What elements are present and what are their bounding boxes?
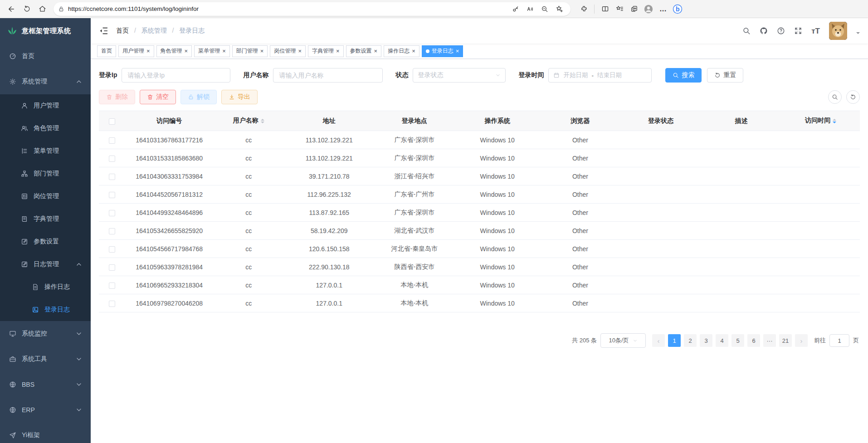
export-button[interactable]: 导出 <box>221 90 258 104</box>
url-text[interactable]: https://ccnetcore.com:1101/system/log/lo… <box>68 5 509 12</box>
bing-chat-icon[interactable] <box>671 2 684 16</box>
sidebar-item-岗位管理[interactable]: 岗位管理 <box>0 185 91 208</box>
row-checkbox[interactable] <box>109 192 115 198</box>
tab-首页[interactable]: 首页 <box>97 45 116 57</box>
github-icon[interactable] <box>760 27 768 35</box>
more-pages-button[interactable]: ··· <box>763 334 776 347</box>
page-button-1[interactable]: 1 <box>668 334 681 347</box>
sidebar-item-系统工具[interactable]: 系统工具 <box>0 346 91 372</box>
select-all-checkbox[interactable] <box>109 118 115 125</box>
sidebar-item-部门管理[interactable]: 部门管理 <box>0 162 91 185</box>
address-bar[interactable]: https://ccnetcore.com:1101/system/log/lo… <box>54 2 571 16</box>
tab-菜单管理[interactable]: 菜单管理× <box>194 45 230 57</box>
delete-button[interactable]: 删除 <box>99 90 135 104</box>
sidebar-item-日志管理[interactable]: 日志管理 <box>0 253 91 276</box>
close-icon[interactable]: × <box>374 48 378 54</box>
page-button-21[interactable]: 21 <box>779 334 792 347</box>
login-ip-input[interactable] <box>122 68 230 83</box>
row-checkbox[interactable] <box>109 246 115 253</box>
search-button[interactable]: 搜索 <box>665 68 702 83</box>
refresh-table-button[interactable] <box>846 90 860 104</box>
close-icon[interactable]: × <box>260 48 264 54</box>
tab-字典管理[interactable]: 字典管理× <box>308 45 344 57</box>
sidebar-item-角色管理[interactable]: 角色管理 <box>0 117 91 140</box>
row-checkbox[interactable] <box>109 228 115 234</box>
sidebar-item-系统管理[interactable]: 系统管理 <box>0 69 91 94</box>
favorites-bar-icon[interactable] <box>613 2 626 16</box>
sidebar-item-系统监控[interactable]: 系统监控 <box>0 321 91 346</box>
column-header[interactable]: 用户名称 <box>213 111 284 131</box>
tab-角色管理[interactable]: 角色管理× <box>156 45 192 57</box>
status-select[interactable]: 登录状态 <box>413 68 506 83</box>
zoom-out-icon[interactable] <box>538 2 551 16</box>
sidebar-item-用户管理[interactable]: 用户管理 <box>0 94 91 117</box>
add-favorite-icon[interactable] <box>552 2 566 16</box>
row-checkbox[interactable] <box>109 301 115 307</box>
row-checkbox[interactable] <box>109 156 115 162</box>
close-icon[interactable]: × <box>412 48 415 54</box>
close-icon[interactable]: × <box>298 48 302 54</box>
prev-page-button[interactable]: ‹ <box>652 334 665 347</box>
clear-button[interactable]: 清空 <box>140 90 176 104</box>
column-header[interactable]: 访问时间 <box>782 111 860 131</box>
password-key-icon[interactable] <box>509 2 522 16</box>
sidebar-item-ERP[interactable]: ERP <box>0 397 91 423</box>
tab-部门管理[interactable]: 部门管理× <box>232 45 268 57</box>
read-aloud-icon[interactable] <box>523 2 537 16</box>
page-button-6[interactable]: 6 <box>747 334 760 347</box>
browser-back-icon[interactable] <box>5 2 18 16</box>
sidebar-item-参数设置[interactable]: 参数设置 <box>0 230 91 253</box>
page-button-5[interactable]: 5 <box>731 334 744 347</box>
split-screen-icon[interactable] <box>598 2 612 16</box>
browser-home-icon[interactable] <box>35 2 49 16</box>
next-page-button[interactable]: › <box>795 334 808 347</box>
help-icon[interactable] <box>777 27 785 35</box>
font-size-icon[interactable]: ᴛT <box>811 27 820 35</box>
tab-用户管理[interactable]: 用户管理× <box>118 45 154 57</box>
row-checkbox[interactable] <box>109 174 115 180</box>
browser-reload-icon[interactable] <box>20 2 34 16</box>
extensions-icon[interactable] <box>577 2 590 16</box>
close-icon[interactable]: × <box>185 48 188 54</box>
close-icon[interactable]: × <box>456 48 459 54</box>
tab-操作日志[interactable]: 操作日志× <box>384 45 419 57</box>
collections-icon[interactable] <box>627 2 641 16</box>
fullscreen-icon[interactable] <box>794 27 802 35</box>
sidebar-item-字典管理[interactable]: 字典管理 <box>0 208 91 230</box>
sidebar-item-登录日志[interactable]: 登录日志 <box>0 298 91 321</box>
sidebar-item-Yi框架[interactable]: Yi框架 <box>0 423 91 443</box>
collapse-menu-icon[interactable] <box>99 26 109 36</box>
sort-carets-icon[interactable] <box>833 117 836 125</box>
browser-profile-icon[interactable] <box>642 2 655 16</box>
breadcrumb-home[interactable]: 首页 <box>116 27 129 34</box>
row-checkbox[interactable] <box>109 282 115 289</box>
user-name-input[interactable] <box>273 68 383 83</box>
search-toggle-button[interactable] <box>828 90 842 104</box>
sort-carets-icon[interactable] <box>261 117 264 125</box>
sidebar-item-BBS[interactable]: BBS <box>0 372 91 397</box>
sidebar-item-菜单管理[interactable]: 菜单管理 <box>0 140 91 162</box>
sidebar-item-首页[interactable]: 首页 <box>0 44 91 69</box>
close-icon[interactable]: × <box>222 48 226 54</box>
page-button-2[interactable]: 2 <box>684 334 697 347</box>
row-checkbox[interactable] <box>109 210 115 216</box>
tab-登录日志[interactable]: 登录日志× <box>422 45 463 57</box>
header-search-icon[interactable] <box>742 27 751 35</box>
date-range-picker[interactable]: 开始日期 - 结束日期 <box>548 68 652 83</box>
user-avatar[interactable] <box>829 22 847 40</box>
browser-more-icon[interactable]: … <box>656 2 670 16</box>
page-button-3[interactable]: 3 <box>700 334 712 347</box>
tab-参数设置[interactable]: 参数设置× <box>346 45 382 57</box>
avatar-caret-down-icon[interactable] <box>856 32 860 36</box>
close-icon[interactable]: × <box>336 48 340 54</box>
tab-岗位管理[interactable]: 岗位管理× <box>270 45 306 57</box>
goto-page-input[interactable] <box>829 334 849 347</box>
row-checkbox[interactable] <box>109 137 115 144</box>
unlock-button[interactable]: 解锁 <box>180 90 217 104</box>
sidebar-item-操作日志[interactable]: 操作日志 <box>0 276 91 298</box>
page-size-select[interactable]: 10条/页 <box>600 333 646 348</box>
row-checkbox[interactable] <box>109 264 115 271</box>
close-icon[interactable]: × <box>146 48 150 54</box>
page-button-4[interactable]: 4 <box>716 334 728 347</box>
reset-button[interactable]: 重置 <box>707 68 743 83</box>
